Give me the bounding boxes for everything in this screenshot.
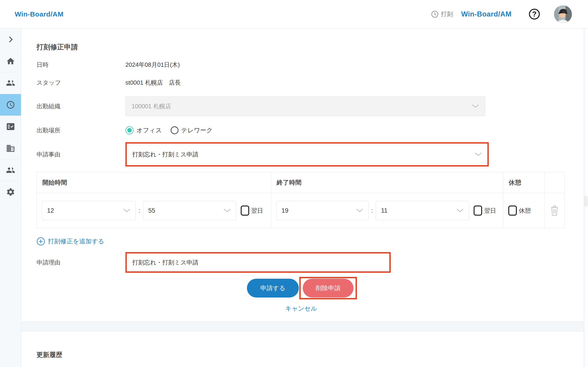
radio-unselected-icon[interactable] — [171, 126, 179, 134]
break-label: 休憩 — [519, 207, 531, 215]
radio-selected-icon[interactable] — [125, 126, 134, 134]
datetime-value: 2024年08月01日(木) — [125, 61, 180, 69]
help-button[interactable]: ? — [529, 9, 540, 19]
reason-select[interactable]: 打刻忘れ・打刻ミス申請 — [127, 144, 487, 165]
scrollbar-track[interactable] — [584, 29, 588, 367]
history-card: 更新履歴 — [21, 331, 584, 367]
time-correction-table: 開始時間 終了時間 休憩 12 : 55 — [36, 172, 565, 228]
sidebar-nav — [0, 29, 21, 367]
sidebar-item-organization[interactable] — [0, 138, 21, 159]
clock-icon — [6, 100, 15, 109]
punch-link[interactable]: 打刻 — [431, 10, 453, 18]
reason-input-highlight: 打刻忘れ・打刻ミス申請 — [125, 252, 391, 273]
staff-label: スタッフ — [36, 79, 125, 87]
org-label: 出勤組織 — [36, 102, 125, 110]
end-nextday-label: 翌日 — [484, 207, 496, 215]
delete-button[interactable]: 削除申請 — [303, 279, 354, 298]
history-title: 更新履歴 — [36, 350, 584, 359]
home-icon — [6, 57, 15, 66]
table-header-row: 開始時間 終了時間 休憩 — [37, 172, 564, 193]
app-header: Win-Board/AM 打刻 Win-Board/AM ? — [0, 0, 588, 28]
delete-button-highlight: 削除申請 — [299, 277, 357, 299]
sidebar-item-approval[interactable] — [0, 116, 21, 138]
start-minute-value: 55 — [148, 207, 155, 214]
clock-icon — [431, 10, 439, 18]
org-select-value: 100001 札幌店 — [132, 102, 171, 110]
end-hour-value: 19 — [282, 207, 288, 214]
place-label: 出勤場所 — [36, 126, 125, 134]
sidebar-item-home[interactable] — [0, 50, 21, 72]
avatar-image — [554, 5, 572, 23]
end-nextday-checkbox[interactable] — [474, 206, 482, 216]
staff-value: st0001 札幌店 店長 — [125, 79, 181, 87]
chevron-down-icon — [123, 208, 130, 213]
add-correction-label: 打刻修正を追加する — [48, 237, 104, 245]
break-header: 休憩 — [503, 172, 545, 193]
request-form-card: 打刻修正申請 日時 2024年08月01日(木) スタッフ st0001 札幌店… — [21, 29, 584, 322]
table-row: 12 : 55 翌日 19 — [37, 193, 564, 228]
radio-office[interactable]: オフィス — [125, 126, 162, 134]
datetime-row: 日時 2024年08月01日(木) — [36, 59, 584, 70]
start-hour-value: 12 — [47, 207, 54, 214]
end-minute-value: 11 — [381, 207, 388, 214]
task-list-icon — [6, 122, 15, 131]
start-hour-select[interactable]: 12 — [42, 201, 136, 220]
reason-textarea[interactable]: 打刻忘れ・打刻ミス申請 — [127, 253, 389, 271]
end-time-header: 終了時間 — [271, 172, 503, 193]
sidebar-item-members[interactable] — [0, 159, 21, 181]
brand-logo: Win-Board/AM — [461, 10, 511, 18]
building-icon — [6, 144, 15, 153]
cancel-link[interactable]: キャンセル — [285, 304, 317, 313]
user-avatar[interactable] — [554, 5, 572, 23]
sidebar-item-staff[interactable] — [0, 72, 21, 94]
scrollbar-thumb[interactable] — [585, 196, 588, 207]
start-minute-select[interactable]: 55 — [143, 201, 236, 220]
reason-row: 申請事由 打刻忘れ・打刻ミス申請 — [36, 144, 584, 165]
end-minute-select[interactable]: 11 — [376, 201, 469, 220]
colon-separator: : — [138, 207, 140, 214]
chevron-down-icon — [456, 208, 464, 213]
chevron-down-icon — [224, 208, 231, 213]
reason-select-value: 打刻忘れ・打刻ミス申請 — [132, 150, 199, 158]
submit-button[interactable]: 申請する — [247, 279, 299, 298]
trash-icon[interactable] — [550, 205, 559, 216]
sidebar-item-attendance[interactable] — [0, 94, 21, 116]
reason-select-highlight: 打刻忘れ・打刻ミス申請 — [125, 142, 489, 167]
start-nextday-label: 翌日 — [251, 207, 263, 215]
add-correction-link[interactable]: 打刻修正を追加する — [36, 237, 104, 246]
punch-label: 打刻 — [441, 10, 453, 18]
people-icon — [6, 78, 15, 88]
people-icon — [6, 166, 15, 175]
plus-circle-icon — [36, 237, 45, 246]
staff-row: スタッフ st0001 札幌店 店長 — [36, 77, 584, 88]
colon-separator: : — [372, 207, 373, 214]
card-gap — [21, 322, 584, 331]
chevron-down-icon — [472, 104, 479, 108]
reason-text-label: 申請理由 — [36, 259, 125, 267]
org-select: 100001 札幌店 — [125, 96, 485, 116]
radio-telework[interactable]: テレワーク — [171, 126, 213, 134]
start-nextday-checkbox[interactable] — [241, 206, 249, 216]
gear-icon — [6, 187, 15, 197]
start-time-header: 開始時間 — [37, 172, 271, 193]
sidebar-item-expand[interactable] — [0, 29, 21, 50]
sidebar-item-settings[interactable] — [0, 181, 21, 203]
chevron-down-icon — [356, 208, 363, 213]
main-content: 打刻修正申請 日時 2024年08月01日(木) スタッフ st0001 札幌店… — [21, 29, 584, 367]
radio-office-label: オフィス — [137, 126, 162, 134]
chevron-down-icon — [475, 152, 482, 157]
reason-text-row: 申請理由 打刻忘れ・打刻ミス申請 — [36, 252, 584, 273]
app-logo: Win-Board/AM — [15, 10, 63, 18]
org-row: 出勤組織 100001 札幌店 — [36, 96, 584, 116]
action-buttons-row: 申請する 削除申請 — [36, 277, 584, 299]
page-title: 打刻修正申請 — [36, 29, 584, 52]
end-hour-select[interactable]: 19 — [276, 201, 369, 220]
reason-label: 申請事由 — [36, 150, 125, 158]
question-icon: ? — [532, 10, 536, 18]
datetime-label: 日時 — [36, 61, 125, 69]
chevron-right-icon — [6, 35, 15, 44]
break-checkbox[interactable] — [508, 206, 517, 216]
radio-telework-label: テレワーク — [181, 126, 213, 134]
place-row: 出勤場所 オフィス テレワーク — [36, 125, 584, 136]
